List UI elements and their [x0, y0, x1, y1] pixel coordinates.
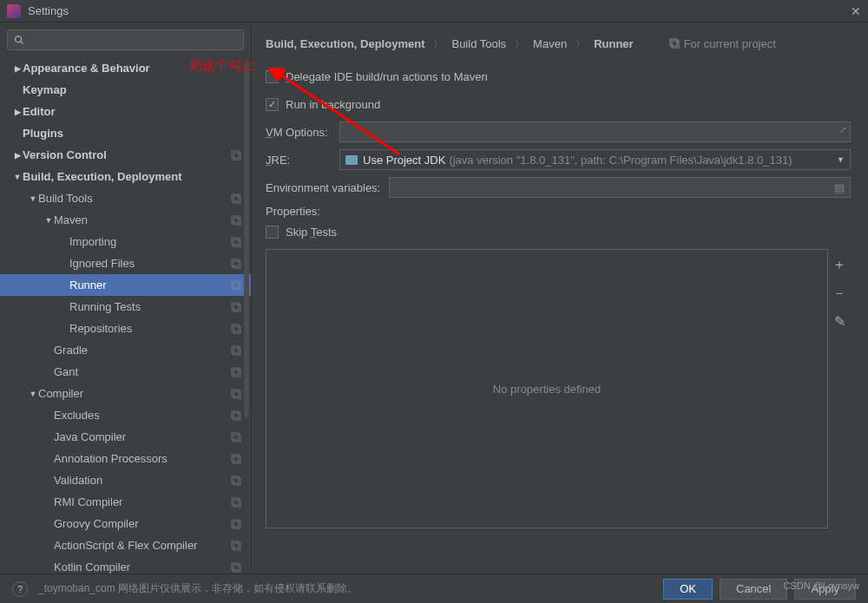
tree-item-java-compiler[interactable]: Java Compiler [0, 426, 251, 448]
copy-icon [230, 149, 242, 161]
svg-rect-13 [233, 283, 240, 290]
tree-label: Compiler [38, 387, 230, 400]
expand-icon[interactable]: ⤢ [839, 125, 846, 134]
skip-tests-checkbox[interactable] [266, 226, 279, 239]
tree-item-maven[interactable]: ▼Maven [0, 209, 251, 231]
delegate-checkbox[interactable] [266, 70, 279, 83]
copy-icon [230, 301, 242, 313]
copy-icon [230, 453, 242, 465]
annotation-text: 把这个勾上 [189, 57, 254, 74]
tree-item-gradle[interactable]: Gradle [0, 339, 251, 361]
tree-label: Gant [54, 365, 230, 378]
svg-rect-16 [232, 324, 239, 331]
svg-rect-10 [232, 259, 239, 266]
main-panel: Build, Execution, Deployment 〉 Build Too… [252, 23, 868, 574]
svg-rect-32 [232, 498, 239, 505]
ok-button[interactable]: OK [663, 579, 713, 600]
tree-label: Gradle [54, 344, 230, 357]
tree-item-validation[interactable]: Validation [0, 469, 251, 491]
window-title: Settings [28, 4, 851, 17]
delegate-label[interactable]: Delegate IDE build/run actions to Maven [286, 70, 488, 83]
tree-item-repositories[interactable]: Repositories [0, 318, 251, 339]
copy-icon [230, 431, 242, 443]
env-input[interactable]: ▤ [389, 177, 851, 198]
breadcrumb-item[interactable]: Build, Execution, Deployment [266, 37, 424, 50]
copy-icon [230, 236, 242, 248]
breadcrumb-item[interactable]: Maven [533, 37, 567, 50]
svg-rect-23 [233, 391, 240, 398]
list-icon[interactable]: ▤ [834, 181, 845, 194]
properties-table[interactable]: No properties defined [266, 249, 828, 528]
jre-label: JRE: [266, 154, 339, 167]
skip-tests-label[interactable]: Skip Tests [286, 226, 337, 239]
tree-item-actionscript-flex-compiler[interactable]: ActionScript & Flex Compiler [0, 534, 251, 556]
tree-arrow-icon: ▶ [12, 64, 23, 73]
tree-item-build-tools[interactable]: ▼Build Tools [0, 187, 251, 209]
tree-arrow-icon: ▶ [12, 151, 23, 160]
tree-label: Kotlin Compiler [54, 560, 230, 574]
copy-icon [230, 279, 242, 292]
tree-item-compiler[interactable]: ▼Compiler [0, 383, 251, 404]
app-icon [7, 4, 21, 18]
project-scope: For current project [668, 37, 776, 50]
edit-icon[interactable]: ✎ [834, 313, 845, 330]
tree-label: Build, Execution, Deployment [23, 170, 242, 183]
copy-icon [230, 214, 242, 226]
svg-rect-39 [233, 565, 240, 572]
search-input[interactable] [7, 29, 244, 50]
cancel-button[interactable]: Cancel [720, 579, 787, 600]
svg-rect-35 [233, 521, 240, 528]
background-checkbox[interactable] [266, 98, 279, 111]
add-icon[interactable]: ＋ [832, 256, 846, 274]
svg-rect-12 [232, 281, 239, 288]
tree-item-kotlin-compiler[interactable]: Kotlin Compiler [0, 556, 251, 574]
tree-item-importing[interactable]: Importing [0, 231, 251, 252]
tree-item-keymap[interactable]: Keymap [0, 79, 251, 101]
jre-combo[interactable]: Use Project JDK (java version "1.8.0_131… [339, 149, 851, 170]
search-icon [13, 34, 25, 46]
copy-icon [230, 496, 242, 508]
svg-rect-30 [232, 476, 239, 483]
svg-rect-29 [233, 456, 240, 463]
close-icon[interactable]: ✕ [851, 4, 861, 18]
svg-rect-22 [232, 390, 239, 397]
chevron-right-icon: 〉 [515, 37, 524, 50]
tree-item-ignored-files[interactable]: Ignored Files [0, 252, 251, 274]
footer: ? _toymoban_com 网络图片仅供展示，非存储，如有侵权请联系删除。 … [0, 574, 868, 603]
tree-item-plugins[interactable]: Plugins [0, 122, 251, 144]
background-label[interactable]: Run in background [286, 98, 380, 111]
tree-item-editor[interactable]: ▶Editor [0, 101, 251, 122]
tree-label: RMI Compiler [54, 495, 230, 508]
breadcrumb-item[interactable]: Build Tools [451, 37, 506, 50]
copy-icon [230, 518, 242, 530]
vm-options-input[interactable]: ⤢ [339, 121, 851, 142]
svg-line-1 [21, 42, 23, 44]
copy-icon [230, 193, 242, 205]
tree-label: Keymap [23, 83, 242, 96]
help-icon[interactable]: ? [12, 581, 28, 597]
empty-text: No properties defined [493, 383, 601, 396]
svg-rect-6 [232, 216, 239, 223]
svg-rect-34 [232, 520, 239, 527]
copy-icon [230, 344, 242, 357]
env-label: Environment variables: [266, 181, 389, 194]
copy-icon [230, 410, 242, 422]
tree-label: Build Tools [38, 192, 230, 205]
tree-item-build-execution-deployment[interactable]: ▼Build, Execution, Deployment [0, 166, 251, 187]
scrollbar[interactable] [244, 62, 249, 417]
tree-label: Editor [23, 105, 242, 118]
tree-item-gant[interactable]: Gant [0, 361, 251, 383]
remove-icon[interactable]: － [832, 285, 846, 303]
tree-item-running-tests[interactable]: Running Tests [0, 296, 251, 318]
tree-item-runner[interactable]: Runner [0, 274, 251, 296]
tree-arrow-icon: ▶ [12, 108, 23, 116]
tree-item-version-control[interactable]: ▶Version Control [0, 144, 251, 166]
tree-item-rmi-compiler[interactable]: RMI Compiler [0, 491, 251, 513]
copy-icon [230, 366, 242, 378]
svg-rect-17 [233, 326, 240, 333]
tree-item-groovy-compiler[interactable]: Groovy Compiler [0, 513, 251, 534]
tree-item-excludes[interactable]: Excludes [0, 404, 251, 426]
tree-label: Maven [54, 213, 230, 226]
copy-icon [230, 388, 242, 400]
tree-item-annotation-processors[interactable]: Annotation Processors [0, 448, 251, 469]
